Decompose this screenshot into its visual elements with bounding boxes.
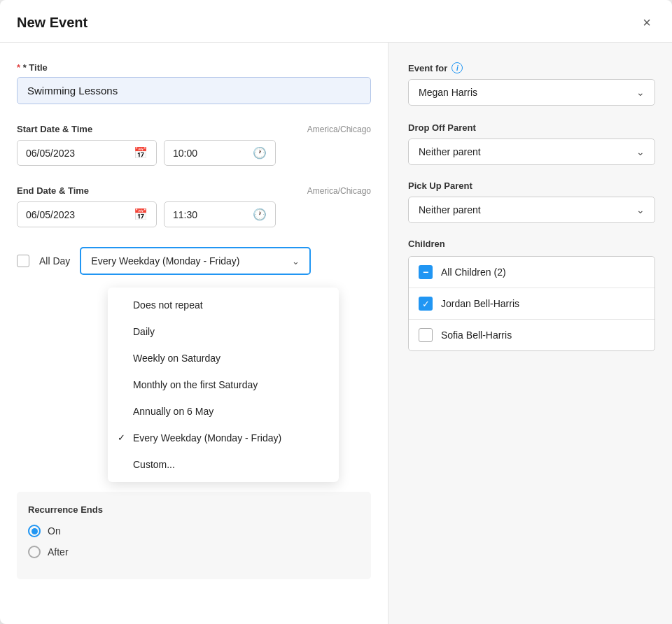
info-icon: i <box>451 62 463 73</box>
recurrence-option-daily[interactable]: Daily <box>108 318 339 345</box>
start-datetime-section: Start Date & Time America/Chicago 06/05/… <box>17 124 371 166</box>
jordan-checkbox[interactable]: ✓ <box>419 297 433 311</box>
event-for-label-row: Event for i <box>408 62 655 73</box>
sofia-row: Sofia Bell-Harris <box>409 320 654 350</box>
check-icon: ✓ <box>422 299 430 309</box>
children-box: − All Children (2) ✓ Jordan Bell-Harris <box>408 256 655 351</box>
allday-checkbox[interactable] <box>17 255 29 267</box>
recurrence-option-weekly-saturday[interactable]: Weekly on Saturday <box>108 345 339 371</box>
pickup-value: Neither parent <box>419 204 481 215</box>
recurrence-chevron-icon: ⌄ <box>292 256 300 267</box>
start-timezone: America/Chicago <box>307 125 371 134</box>
close-button[interactable]: × <box>638 14 655 31</box>
end-date-value: 06/05/2023 <box>26 209 128 220</box>
recurrence-menu: Does not repeat Daily Weekly on Saturday… <box>108 288 339 482</box>
recurrence-option-custom[interactable]: Custom... <box>108 451 339 478</box>
event-for-value: Megan Harris <box>419 87 477 98</box>
children-label: Children <box>408 239 655 249</box>
all-children-name: All Children (2) <box>441 267 506 278</box>
start-time-input[interactable]: 10:00 🕐 <box>164 140 276 166</box>
calendar-icon-end: 📅 <box>134 208 148 221</box>
title-section: * * Title <box>17 62 371 104</box>
dropoff-value: Neither parent <box>419 146 481 157</box>
start-datetime-row: 06/05/2023 📅 10:00 🕐 <box>17 140 371 166</box>
event-for-label: Event for <box>408 63 447 73</box>
all-children-checkbox[interactable]: − <box>419 265 433 279</box>
required-star: * <box>17 62 23 73</box>
children-section: Children − All Children (2) ✓ <box>408 239 655 351</box>
left-panel: * * Title Start Date & Time America/Chic… <box>0 43 388 624</box>
recurrence-option-every-weekday[interactable]: Every Weekday (Monday - Friday) <box>108 425 339 451</box>
modal-title: New Event <box>17 15 88 31</box>
modal-header: New Event × <box>0 0 672 43</box>
event-for-section: Event for i Megan Harris ⌄ <box>408 62 655 106</box>
start-datetime-header: Start Date & Time America/Chicago <box>17 124 371 134</box>
end-timezone: America/Chicago <box>307 186 371 196</box>
end-datetime-section: End Date & Time America/Chicago 06/05/20… <box>17 185 371 227</box>
start-date-input[interactable]: 06/05/2023 📅 <box>17 140 157 166</box>
jordan-name: Jordan Bell-Harris <box>441 298 519 309</box>
end-datetime-header: End Date & Time America/Chicago <box>17 185 371 196</box>
start-time-value: 10:00 <box>173 148 247 159</box>
radio-on-label: On <box>48 525 61 537</box>
recurrence-dropdown[interactable]: Every Weekday (Monday - Friday) ⌄ <box>80 247 311 275</box>
end-datetime-label: End Date & Time <box>17 185 89 196</box>
end-date-input[interactable]: 06/05/2023 📅 <box>17 201 157 227</box>
radio-on[interactable] <box>28 525 41 537</box>
end-time-input[interactable]: 11:30 🕐 <box>164 201 276 227</box>
clock-icon-end: 🕐 <box>253 208 267 221</box>
all-children-row: − All Children (2) <box>409 257 654 288</box>
recurrence-option-annually-6-may[interactable]: Annually on 6 May <box>108 398 339 425</box>
recurrence-ends-label: Recurrence Ends <box>28 504 360 515</box>
radio-after[interactable] <box>28 546 41 558</box>
dropoff-chevron-icon: ⌄ <box>636 146 645 157</box>
dropoff-label: Drop Off Parent <box>408 122 655 133</box>
start-date-value: 06/05/2023 <box>26 148 128 159</box>
title-input[interactable] <box>17 77 371 104</box>
clock-icon: 🕐 <box>253 146 267 159</box>
recurrence-option-does-not-repeat[interactable]: Does not repeat <box>108 292 339 318</box>
event-for-chevron-icon: ⌄ <box>636 87 645 98</box>
jordan-row: ✓ Jordan Bell-Harris <box>409 288 654 320</box>
end-datetime-row: 06/05/2023 📅 11:30 🕐 <box>17 201 371 227</box>
dropoff-section: Drop Off Parent Neither parent ⌄ <box>408 122 655 165</box>
pickup-dropdown[interactable]: Neither parent ⌄ <box>408 197 655 223</box>
sofia-checkbox[interactable] <box>419 328 433 342</box>
right-panel: Event for i Megan Harris ⌄ Drop Off Pare… <box>388 43 672 624</box>
allday-label: All Day <box>39 255 70 267</box>
recurrence-option-monthly-first-saturday[interactable]: Monthly on the first Saturday <box>108 371 339 398</box>
calendar-icon: 📅 <box>134 146 148 159</box>
event-for-dropdown[interactable]: Megan Harris ⌄ <box>408 79 655 106</box>
allday-recurrence-row: All Day Every Weekday (Monday - Friday) … <box>17 247 371 275</box>
radio-after-row: After <box>28 546 360 558</box>
modal-body: * * Title Start Date & Time America/Chic… <box>0 43 672 624</box>
new-event-modal: New Event × * * Title Start Date & Time … <box>0 0 672 624</box>
sofia-name: Sofia Bell-Harris <box>441 329 512 341</box>
radio-after-label: After <box>48 546 69 558</box>
title-label: * * Title <box>17 62 371 73</box>
pickup-chevron-icon: ⌄ <box>636 204 645 215</box>
recurrence-menu-container: Does not repeat Daily Weekly on Saturday… <box>108 288 371 482</box>
minus-icon: − <box>423 267 428 278</box>
start-datetime-label: Start Date & Time <box>17 124 92 134</box>
pickup-label: Pick Up Parent <box>408 180 655 191</box>
pickup-section: Pick Up Parent Neither parent ⌄ <box>408 180 655 223</box>
dropoff-dropdown[interactable]: Neither parent ⌄ <box>408 139 655 165</box>
end-time-value: 11:30 <box>173 209 247 220</box>
radio-on-row: On <box>28 525 360 537</box>
recurrence-selected-label: Every Weekday (Monday - Friday) <box>91 255 239 267</box>
recurrence-ends-section: Recurrence Ends On After <box>17 492 371 579</box>
